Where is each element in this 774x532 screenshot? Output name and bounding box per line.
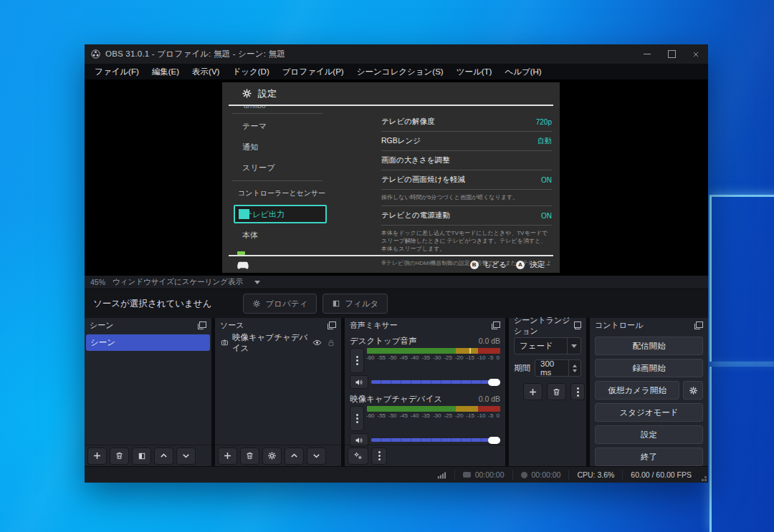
menu-docks[interactable]: ドック(D) bbox=[226, 64, 275, 79]
spin-down-button[interactable] bbox=[573, 369, 577, 372]
menu-scene-collection[interactable]: シーンコレクション(S) bbox=[350, 64, 450, 79]
spin-up-button[interactable] bbox=[573, 364, 577, 367]
db-scale: -60-55-50-45-40-35-30-25-20-15-10-50 bbox=[366, 412, 500, 419]
source-list-item[interactable]: 映像キャプチャデバイス bbox=[216, 334, 340, 351]
trash-icon bbox=[245, 451, 254, 460]
source-properties-button[interactable] bbox=[262, 448, 282, 465]
move-scene-up-button[interactable] bbox=[154, 448, 173, 465]
menu-tools[interactable]: ツール(T) bbox=[450, 64, 499, 79]
move-source-up-button[interactable] bbox=[285, 448, 304, 465]
tick-label: -20 bbox=[455, 412, 464, 419]
volume-slider[interactable] bbox=[371, 377, 500, 387]
tick-label: -5 bbox=[488, 354, 493, 361]
connection-stats bbox=[429, 470, 454, 480]
maximize-button[interactable] bbox=[659, 44, 684, 64]
source-toolbar-row: ソースが選択されていません プロパティ フィルタ bbox=[85, 289, 708, 318]
scene-list-item[interactable]: シーン bbox=[86, 334, 210, 351]
add-source-button[interactable] bbox=[218, 448, 237, 465]
add-scene-button[interactable] bbox=[87, 448, 107, 465]
start-virtual-camera-button[interactable]: 仮想カメラ開始 bbox=[595, 381, 679, 400]
minimize-button[interactable] bbox=[635, 44, 659, 64]
settings-gear-icon bbox=[242, 88, 252, 99]
channel-name: 映像キャプチャデバイス bbox=[350, 394, 442, 405]
transition-select[interactable]: フェード bbox=[514, 337, 581, 354]
speaker-icon bbox=[355, 436, 363, 445]
scenes-dock-header[interactable]: シーン bbox=[85, 318, 211, 333]
obs-logo-icon bbox=[91, 49, 100, 59]
volume-slider[interactable] bbox=[371, 435, 500, 445]
scenes-dock: シーン シーン bbox=[85, 318, 211, 466]
lock-icon[interactable] bbox=[327, 339, 335, 347]
sources-dock-header[interactable]: ソース bbox=[215, 318, 341, 333]
menu-view[interactable]: 表示(V) bbox=[186, 64, 226, 79]
resize-grip[interactable] bbox=[704, 479, 707, 481]
sidebar-item-theme: テーマ bbox=[222, 116, 330, 137]
tick-label: -50 bbox=[388, 412, 397, 419]
exit-button[interactable]: 終了 bbox=[595, 448, 703, 466]
channel-menu-button[interactable] bbox=[350, 406, 364, 431]
preview-zoom-level: 45% bbox=[90, 278, 105, 286]
scenes-dock-title: シーン bbox=[90, 320, 114, 331]
audio-mixer-dock: 音声ミキサー デスクトップ音声 0.0 dB bbox=[345, 318, 505, 466]
move-source-down-button[interactable] bbox=[307, 448, 326, 465]
visibility-eye-icon[interactable] bbox=[312, 338, 322, 347]
switch-sidebar: amiibo テーマ 通知 スリープ コントローラーとセンサー テレビ出力 本体 bbox=[222, 106, 330, 246]
tick-label: -10 bbox=[477, 412, 486, 419]
slider-handle[interactable] bbox=[488, 379, 500, 386]
slider-handle[interactable] bbox=[488, 437, 500, 444]
move-scene-down-button[interactable] bbox=[176, 448, 196, 465]
properties-button[interactable]: プロパティ bbox=[243, 294, 317, 314]
virtual-camera-settings-button[interactable] bbox=[683, 381, 703, 400]
select-arrow-button[interactable] bbox=[567, 338, 580, 354]
chevron-up-icon bbox=[159, 451, 168, 460]
mute-button[interactable] bbox=[350, 375, 368, 389]
title-bar[interactable]: OBS 31.0.1 - プロファイル: 無題 - シーン: 無題 bbox=[85, 44, 708, 64]
tick-label: -35 bbox=[421, 412, 430, 419]
tick-label: 0 bbox=[496, 354, 499, 361]
plus-icon bbox=[223, 451, 232, 460]
channel-menu-button[interactable] bbox=[350, 348, 364, 373]
signal-bars-icon bbox=[437, 470, 446, 480]
switch-settings-header: 設定 bbox=[229, 82, 553, 106]
no-source-message: ソースが選択されていません bbox=[93, 298, 211, 310]
setting-row-burn-in: テレビの画面焼けを軽減 ON bbox=[381, 170, 552, 190]
remove-source-button[interactable] bbox=[240, 448, 259, 465]
add-transition-button[interactable] bbox=[523, 383, 543, 400]
start-recording-button[interactable]: 録画開始 bbox=[595, 359, 703, 377]
start-streaming-button[interactable]: 配信開始 bbox=[595, 337, 703, 355]
slider-track bbox=[371, 438, 500, 442]
selection-bar bbox=[239, 209, 249, 219]
menu-file[interactable]: ファイル(F) bbox=[88, 64, 145, 79]
close-button[interactable] bbox=[684, 44, 708, 64]
menu-help[interactable]: ヘルプ(H) bbox=[498, 64, 548, 79]
mixer-dock-header[interactable]: 音声ミキサー bbox=[345, 318, 505, 333]
transition-menu-button[interactable] bbox=[570, 383, 585, 400]
tick-label: -40 bbox=[411, 412, 419, 419]
preview-canvas[interactable]: 設定 amiibo テーマ 通知 スリープ コントローラーとセンサー テレビ出力… bbox=[85, 79, 708, 276]
window-title: OBS 31.0.1 - プロファイル: 無題 - シーン: 無題 bbox=[105, 49, 285, 59]
popout-icon bbox=[575, 321, 581, 329]
sidebar-separator bbox=[232, 113, 322, 114]
settings-button[interactable]: 設定 bbox=[595, 425, 703, 444]
filters-button[interactable]: フィルタ bbox=[322, 294, 388, 314]
preview-scaling-mode[interactable]: ウィンドウサイズにスケーリング表示 bbox=[113, 277, 243, 287]
tick-label: -5 bbox=[488, 412, 493, 419]
scene-filters-button[interactable] bbox=[132, 448, 151, 465]
mixer-menu-button[interactable] bbox=[371, 448, 387, 465]
popout-icon bbox=[198, 321, 206, 329]
menu-profile[interactable]: プロファイル(P) bbox=[276, 64, 350, 79]
transitions-dock-header[interactable]: シーントランジション bbox=[509, 318, 586, 333]
controls-dock-header[interactable]: コントロール bbox=[590, 318, 708, 333]
fps-counter: 60.00 / 60.00 FPS bbox=[622, 470, 699, 480]
duration-spinbox[interactable]: 300 ms bbox=[535, 359, 581, 377]
kebab-icon bbox=[577, 391, 579, 393]
db-scale: -60-55-50-45-40-35-30-25-20-15-10-50 bbox=[366, 354, 500, 361]
menu-edit[interactable]: 編集(E) bbox=[145, 64, 186, 79]
switch-footer-bar: B もどる A 決定 bbox=[229, 255, 553, 273]
remove-transition-button[interactable] bbox=[547, 383, 566, 400]
studio-mode-button[interactable]: スタジオモード bbox=[595, 403, 703, 422]
sources-dock-title: ソース bbox=[220, 320, 244, 331]
advanced-audio-button[interactable] bbox=[348, 448, 368, 465]
chevron-down-icon[interactable] bbox=[254, 281, 260, 284]
remove-scene-button[interactable] bbox=[110, 448, 129, 465]
